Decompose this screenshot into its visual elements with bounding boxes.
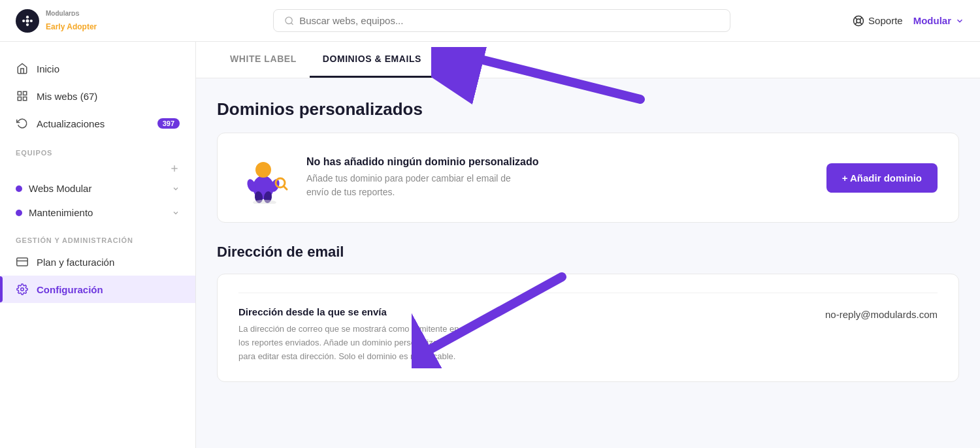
email-section-title: Dirección de email [217, 244, 959, 261]
svg-rect-14 [24, 97, 27, 101]
tabs-bar: WHITE LABEL DOMINIOS & EMAILS [196, 42, 980, 78]
email-info-row: Dirección desde la que se envía La direc… [238, 293, 938, 363]
sidebar-item-configuracion-label: Configuración [37, 284, 103, 295]
email-info-label: Dirección desde la que se envía La direc… [238, 306, 461, 363]
email-row-value: no-reply@modulards.com [825, 306, 938, 320]
sidebar-item-plan-facturacion-label: Plan y facturación [37, 257, 114, 268]
chevron-down-icon [955, 16, 964, 25]
support-label: Soporte [868, 15, 903, 26]
add-team-icon[interactable] [169, 163, 180, 174]
logo-sup: DS [71, 10, 80, 17]
email-card: Dirección desde la que se envía La direc… [217, 274, 959, 382]
sidebar-item-mantenimiento[interactable]: Mantenimiento [0, 200, 195, 225]
webs-modular-label: Webs Modular [29, 183, 91, 194]
logo-icon [16, 9, 39, 33]
empty-state: No has añadido ningún dominio personaliz… [238, 152, 938, 204]
sidebar-item-webs-modular[interactable]: Webs Modular [0, 176, 195, 200]
content-wrapper: WHITE LABEL DOMINIOS & EMAILS Dominios p… [196, 42, 980, 424]
user-menu-button[interactable]: Modular [913, 15, 964, 26]
svg-line-28 [284, 186, 287, 189]
sidebar: Inicio Mis webs (67) Actualizaciones 397 [0, 42, 196, 448]
sidebar-item-actualizaciones[interactable]: Actualizaciones 397 [0, 110, 195, 137]
sidebar-item-mis-webs-label: Mis webs (67) [37, 91, 97, 102]
svg-point-7 [857, 19, 860, 23]
search-bar[interactable] [273, 9, 730, 32]
actualizaciones-badge: 397 [157, 118, 180, 129]
tab-white-label[interactable]: WHITE LABEL [217, 42, 310, 78]
email-row-label: Dirección desde la que se envía [238, 306, 461, 317]
svg-line-8 [855, 17, 857, 19]
credit-card-icon [16, 255, 29, 268]
svg-rect-12 [18, 91, 21, 95]
mantenimiento-dot [16, 210, 22, 216]
home-icon [16, 62, 29, 75]
logo-name-text: Modular [46, 10, 71, 17]
webs-modular-dot [16, 185, 22, 192]
svg-rect-13 [24, 91, 27, 95]
dominios-section-title: Dominios personalizados [217, 99, 959, 120]
main-content: WHITE LABEL DOMINIOS & EMAILS Dominios p… [196, 42, 980, 448]
svg-point-2 [30, 19, 33, 22]
logo-name: ModularDS [46, 10, 97, 22]
empty-body: Añade tus dominio para poder cambiar el … [306, 172, 529, 199]
person-illustration [238, 152, 291, 204]
search-icon [284, 16, 294, 26]
svg-point-24 [255, 162, 271, 178]
gear-icon [16, 283, 29, 296]
logo-area: ModularDS Early Adopter [16, 9, 212, 33]
add-domain-button[interactable]: + Añadir dominio [826, 163, 938, 193]
logo-svg [21, 14, 34, 27]
update-icon [16, 117, 29, 130]
logo-text: ModularDS Early Adopter [46, 10, 97, 31]
sidebar-item-actualizaciones-label: Actualizaciones [37, 118, 105, 129]
sidebar-item-configuracion[interactable]: Configuración [0, 276, 195, 303]
tab-dominios-emails[interactable]: DOMINIOS & EMAILS [310, 42, 434, 78]
svg-point-4 [26, 23, 29, 25]
support-button[interactable]: Soporte [853, 15, 903, 27]
content-area: Dominios personalizados [196, 78, 980, 424]
user-label: Modular [913, 15, 951, 26]
sidebar-item-mis-webs[interactable]: Mis webs (67) [0, 82, 195, 110]
svg-point-20 [21, 288, 24, 291]
person-svg [238, 152, 291, 204]
header: ModularDS Early Adopter Soporte Modular [0, 0, 980, 42]
svg-line-9 [860, 22, 862, 24]
sidebar-item-inicio[interactable]: Inicio [0, 55, 195, 82]
logo-subtitle: Early Adopter [46, 22, 97, 31]
svg-rect-15 [18, 97, 21, 101]
active-bar [0, 276, 3, 302]
svg-point-5 [286, 17, 292, 24]
mantenimiento-label: Mantenimiento [29, 207, 93, 218]
sidebar-item-plan-facturacion[interactable]: Plan y facturación [0, 248, 195, 276]
mantenimiento-chevron [172, 209, 180, 217]
gestion-section-label: GESTIÓN Y ADMINISTRACIÓN [0, 225, 195, 248]
support-icon [853, 15, 864, 27]
layout: Inicio Mis webs (67) Actualizaciones 397 [0, 0, 980, 448]
grid-icon [16, 89, 29, 103]
svg-point-3 [26, 16, 29, 18]
empty-heading: No has añadido ningún dominio personaliz… [306, 156, 539, 168]
search-input[interactable] [299, 15, 719, 26]
svg-point-0 [26, 19, 29, 22]
svg-line-11 [855, 22, 857, 24]
sidebar-item-inicio-label: Inicio [37, 63, 59, 74]
svg-line-10 [860, 17, 862, 19]
email-row-description: La dirección de correo que se mostrará c… [238, 323, 461, 363]
svg-rect-18 [17, 258, 28, 266]
webs-modular-chevron [172, 185, 180, 193]
equipos-section-label: EQUIPOS [0, 137, 195, 161]
svg-point-1 [22, 19, 25, 22]
empty-text: No has añadido ningún dominio personaliz… [306, 156, 539, 199]
dominios-card: No has añadido ningún dominio personaliz… [217, 133, 959, 223]
header-right: Soporte Modular [853, 15, 964, 27]
